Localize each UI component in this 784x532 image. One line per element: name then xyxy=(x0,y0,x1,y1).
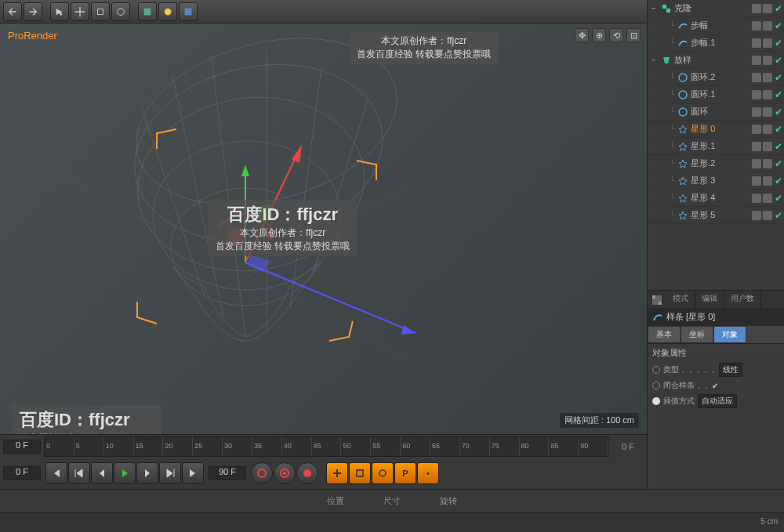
visibility-editor-toggle[interactable] xyxy=(752,194,761,203)
visibility-render-toggle[interactable] xyxy=(763,194,772,203)
visibility-render-toggle[interactable] xyxy=(763,176,772,186)
object-row[interactable]: └星形.1✔ xyxy=(648,138,784,155)
visibility-editor-toggle[interactable] xyxy=(752,142,761,151)
enable-check-icon[interactable]: ✔ xyxy=(775,89,782,100)
visibility-render-toggle[interactable] xyxy=(763,21,772,31)
enable-check-icon[interactable]: ✔ xyxy=(775,20,782,31)
visibility-editor-toggle[interactable] xyxy=(752,21,761,31)
attr-edit-tab[interactable]: 编辑 xyxy=(695,291,724,308)
visibility-render-toggle[interactable] xyxy=(763,125,772,134)
expand-icon[interactable] xyxy=(660,107,670,117)
type-value[interactable]: 线性 xyxy=(719,363,742,377)
expand-icon[interactable]: − xyxy=(649,4,659,13)
prev-key-button[interactable] xyxy=(68,462,90,484)
rotate-tool[interactable] xyxy=(111,2,130,21)
redo-button[interactable] xyxy=(24,2,42,21)
enable-check-icon[interactable]: ✔ xyxy=(775,176,782,186)
expand-icon[interactable] xyxy=(660,159,670,168)
expand-icon[interactable] xyxy=(660,38,670,48)
current-frame-input[interactable]: 0 F xyxy=(3,466,41,480)
enable-check-icon[interactable]: ✔ xyxy=(775,55,782,66)
visibility-render-toggle[interactable] xyxy=(763,90,772,100)
visibility-editor-toggle[interactable] xyxy=(752,4,761,13)
expand-icon[interactable] xyxy=(660,176,670,186)
expand-icon[interactable] xyxy=(660,211,670,220)
maximize-icon[interactable]: ⊡ xyxy=(626,28,641,42)
enable-check-icon[interactable]: ✔ xyxy=(775,124,782,135)
object-row[interactable]: └星形 4✔ xyxy=(648,190,784,207)
object-row[interactable]: └星形 5✔ xyxy=(648,207,784,224)
interp-value[interactable]: 自动适应 xyxy=(698,394,737,408)
scale-tool[interactable] xyxy=(91,2,110,21)
visibility-editor-toggle[interactable] xyxy=(752,38,761,48)
attr-user-tab[interactable]: 用户数 xyxy=(724,291,761,308)
attr-mode-tab[interactable]: 模式 xyxy=(666,291,695,308)
expand-icon[interactable] xyxy=(660,142,670,151)
expand-icon[interactable] xyxy=(660,125,670,134)
object-row[interactable]: └圆环✔ xyxy=(648,103,784,121)
object-row[interactable]: └星形 3✔ xyxy=(648,172,784,190)
close-spline-checkbox[interactable]: ✔ xyxy=(712,382,718,390)
goto-end-button[interactable] xyxy=(182,462,204,484)
tool-btn-6[interactable] xyxy=(158,2,177,21)
visibility-render-toggle[interactable] xyxy=(763,56,772,65)
next-key-button[interactable] xyxy=(159,462,181,484)
visibility-render-toggle[interactable] xyxy=(763,142,772,151)
visibility-editor-toggle[interactable] xyxy=(752,73,761,82)
goto-start-button[interactable] xyxy=(45,462,67,484)
pos-key-button[interactable] xyxy=(326,462,348,484)
timeline-start-frame[interactable]: 0 F xyxy=(3,440,41,454)
visibility-editor-toggle[interactable] xyxy=(752,159,761,168)
expand-icon[interactable] xyxy=(660,21,670,31)
next-frame-button[interactable] xyxy=(136,462,158,484)
visibility-render-toggle[interactable] xyxy=(763,73,772,82)
visibility-editor-toggle[interactable] xyxy=(752,176,761,186)
object-row[interactable]: └步幅.1✔ xyxy=(648,34,784,52)
expand-icon[interactable] xyxy=(660,90,670,100)
pla-key-button[interactable]: • xyxy=(417,462,439,484)
visibility-editor-toggle[interactable] xyxy=(752,56,761,65)
expand-icon[interactable] xyxy=(660,194,670,203)
autokey-button[interactable] xyxy=(274,462,296,484)
visibility-editor-toggle[interactable] xyxy=(752,90,761,100)
orbit-icon[interactable]: ⟲ xyxy=(609,28,623,42)
move-tool[interactable] xyxy=(71,2,89,21)
enable-check-icon[interactable]: ✔ xyxy=(775,107,782,118)
basic-tab[interactable]: 基本 xyxy=(648,326,681,343)
viewport-3d[interactable]: ProRender ✥ ⊕ ⟲ ⊡ xyxy=(0,24,647,434)
object-row[interactable]: └圆环.1✔ xyxy=(648,86,784,103)
visibility-editor-toggle[interactable] xyxy=(752,211,761,220)
tool-btn-7[interactable] xyxy=(179,2,198,21)
keyselection-button[interactable] xyxy=(296,462,318,484)
param-key-button[interactable]: P xyxy=(394,462,416,484)
enable-check-icon[interactable]: ✔ xyxy=(775,193,782,204)
end-frame-input[interactable]: 90 F xyxy=(209,466,246,480)
tool-btn-5[interactable] xyxy=(138,2,157,21)
interp-radio[interactable] xyxy=(652,397,660,405)
object-row[interactable]: −放样✔ xyxy=(648,52,784,69)
object-row[interactable]: └步幅✔ xyxy=(648,17,784,34)
visibility-render-toggle[interactable] xyxy=(763,159,772,168)
object-row[interactable]: −克隆✔ xyxy=(648,0,784,17)
enable-check-icon[interactable]: ✔ xyxy=(775,210,782,221)
object-row[interactable]: └星形 0✔ xyxy=(648,121,784,138)
close-radio[interactable] xyxy=(652,382,660,389)
visibility-render-toggle[interactable] xyxy=(763,38,772,48)
timeline-ruler[interactable]: 051015202530354045505560657075808590 xyxy=(44,436,609,457)
enable-check-icon[interactable]: ✔ xyxy=(775,38,782,49)
object-row[interactable]: └圆环.2✔ xyxy=(648,69,784,86)
object-row[interactable]: └星形.2✔ xyxy=(648,155,784,172)
play-button[interactable] xyxy=(114,462,136,484)
type-radio[interactable] xyxy=(652,366,660,374)
expand-icon[interactable] xyxy=(660,73,670,82)
visibility-editor-toggle[interactable] xyxy=(752,107,761,117)
coord-tab[interactable]: 坐标 xyxy=(681,326,713,343)
undo-button[interactable] xyxy=(3,2,22,21)
visibility-render-toggle[interactable] xyxy=(763,107,772,117)
object-manager[interactable]: −克隆✔└步幅✔└步幅.1✔−放样✔└圆环.2✔└圆环.1✔└圆环✔└星形 0✔… xyxy=(648,0,784,290)
expand-icon[interactable]: − xyxy=(649,56,659,65)
select-tool[interactable] xyxy=(50,2,69,21)
scale-key-button[interactable] xyxy=(349,462,371,484)
record-button[interactable] xyxy=(251,462,273,484)
rot-key-button[interactable] xyxy=(372,462,394,484)
